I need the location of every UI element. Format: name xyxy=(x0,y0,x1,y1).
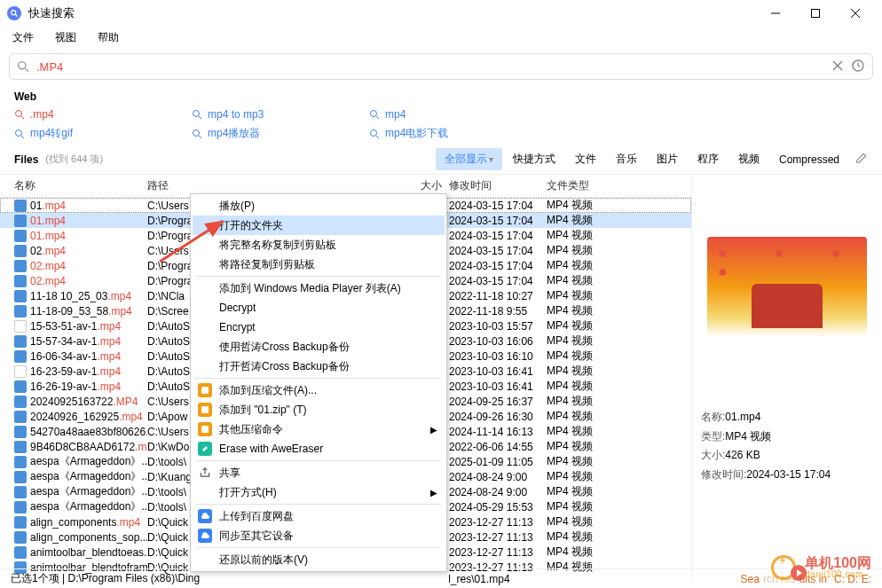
svg-line-7 xyxy=(25,68,28,72)
video-file-icon xyxy=(14,396,27,408)
ctx-erase[interactable]: Erase with AweEraser xyxy=(193,439,445,459)
ctx-open-cross-backup[interactable]: 打开哲涛Cross Backup备份 xyxy=(193,357,445,376)
svg-point-13 xyxy=(193,111,200,117)
col-date[interactable]: 修改时间 xyxy=(449,178,547,193)
file-icon xyxy=(14,365,27,378)
files-count: (找到 644 项) xyxy=(45,153,103,166)
svg-rect-3 xyxy=(811,10,819,18)
search-icon xyxy=(192,109,202,120)
history-icon[interactable] xyxy=(851,59,865,75)
sync-icon xyxy=(198,529,212,543)
window-title: 快速搜索 xyxy=(28,5,75,21)
menu-help[interactable]: 帮助 xyxy=(89,28,128,47)
filter-shortcut[interactable]: 快捷方式 xyxy=(504,148,564,170)
filter-music[interactable]: 音乐 xyxy=(607,148,646,170)
preview-date-label: 修改时间: xyxy=(701,466,746,485)
preview-name-label: 名称: xyxy=(701,408,725,427)
web-item-2[interactable]: mp4 xyxy=(369,108,547,121)
archive-more-icon xyxy=(198,422,212,436)
svg-line-12 xyxy=(21,116,24,119)
ctx-play[interactable]: 播放(P) xyxy=(193,196,445,216)
app-icon xyxy=(7,6,21,20)
web-item-0[interactable]: .mp4 xyxy=(14,108,192,121)
preview-type: MP4 视频 xyxy=(725,427,771,447)
filter-file[interactable]: 文件 xyxy=(566,148,605,170)
filter-picture[interactable]: 图片 xyxy=(648,148,687,170)
video-file-icon xyxy=(14,245,27,257)
filter-compressed[interactable]: Compressed xyxy=(770,150,848,169)
search-icon xyxy=(369,109,380,120)
preview-type-label: 类型: xyxy=(701,427,725,447)
ctx-add-archive[interactable]: 添加到压缩文件(A)... xyxy=(193,380,445,400)
web-section: Web .mp4mp4 to mp3mp4mp4转gifmp4播放器mp4电影下… xyxy=(0,85,882,145)
svg-line-1 xyxy=(15,14,18,17)
video-file-icon xyxy=(14,486,27,498)
share-icon xyxy=(198,466,212,480)
ctx-decrypt[interactable]: Decrypt xyxy=(193,298,445,318)
web-item-4[interactable]: mp4播放器 xyxy=(192,126,369,141)
search-bar xyxy=(9,53,873,80)
web-item-1[interactable]: mp4 to mp3 xyxy=(192,108,369,121)
search-icon xyxy=(14,109,25,120)
video-file-icon xyxy=(14,501,27,514)
ctx-open-with[interactable]: 打开方式(H)▶ xyxy=(193,482,445,502)
ctx-add-wmp[interactable]: 添加到 Windows Media Player 列表(A) xyxy=(193,278,445,298)
web-label: Web xyxy=(14,90,868,103)
preview-thumbnail xyxy=(707,237,867,337)
ctx-other-archive[interactable]: 其他压缩命令▶ xyxy=(193,419,445,439)
filter-program[interactable]: 程序 xyxy=(689,148,728,170)
ctx-restore-prev[interactable]: 还原以前的版本(V) xyxy=(193,550,445,569)
search-icon xyxy=(14,129,25,139)
video-file-icon xyxy=(14,380,27,393)
eraser-icon xyxy=(198,442,212,456)
col-name[interactable]: 名称 xyxy=(14,178,147,193)
svg-line-16 xyxy=(376,116,379,119)
preview-date: 2024-03-15 17:04 xyxy=(746,466,831,485)
svg-point-15 xyxy=(371,111,377,117)
video-file-icon xyxy=(14,335,27,348)
menu-view[interactable]: 视图 xyxy=(46,28,85,47)
ctx-use-cross-backup[interactable]: 使用哲涛Cross Backup备份 xyxy=(193,337,445,357)
filter-video[interactable]: 视频 xyxy=(729,148,768,170)
video-file-icon xyxy=(14,426,27,438)
video-file-icon xyxy=(14,350,27,363)
submenu-arrow-icon: ▶ xyxy=(430,488,437,498)
maximize-button[interactable] xyxy=(795,0,835,27)
video-file-icon xyxy=(14,471,27,483)
context-menu: 播放(P) 打开的文件夹 将完整名称复制到剪贴板 将路径复制到剪贴板 添加到 W… xyxy=(190,193,447,572)
preview-size-label: 大小: xyxy=(701,446,725,466)
ctx-add-zip[interactable]: 添加到 "01.zip" (T) xyxy=(193,400,445,419)
svg-line-18 xyxy=(21,136,24,138)
ctx-copy-path[interactable]: 将路径复制到剪贴板 xyxy=(193,255,445,274)
watermark: 单机100网 danji100.com xyxy=(771,553,871,583)
svg-point-19 xyxy=(193,129,200,136)
svg-rect-23 xyxy=(201,387,209,394)
svg-point-11 xyxy=(16,111,22,117)
menu-file[interactable]: 文件 xyxy=(4,28,43,47)
web-item-5[interactable]: mp4电影下载 xyxy=(369,126,547,141)
close-button[interactable] xyxy=(835,0,875,27)
col-type[interactable]: 文件类型 xyxy=(547,178,635,193)
file-icon xyxy=(14,320,27,333)
clear-icon[interactable] xyxy=(831,59,844,74)
submenu-arrow-icon: ▶ xyxy=(430,425,437,435)
ctx-upload-baidu[interactable]: 上传到百度网盘 xyxy=(193,506,445,526)
video-file-icon xyxy=(14,411,27,423)
minimize-button[interactable] xyxy=(755,0,795,27)
ctx-sync-other[interactable]: 同步至其它设备 xyxy=(193,526,445,545)
edit-filters-icon[interactable] xyxy=(855,152,868,167)
ctx-open-folder[interactable]: 打开的文件夹 xyxy=(193,216,445,235)
video-file-icon xyxy=(14,275,27,287)
video-file-icon xyxy=(14,546,27,559)
ctx-encrypt[interactable]: Encrypt xyxy=(193,318,445,337)
col-size[interactable]: 大小 xyxy=(192,178,449,193)
filter-all[interactable]: 全部显示▾ xyxy=(436,148,502,170)
svg-rect-24 xyxy=(201,406,209,413)
ctx-share[interactable]: 共享 xyxy=(193,463,445,482)
ctx-copy-fullname[interactable]: 将完整名称复制到剪贴板 xyxy=(193,235,445,255)
search-input[interactable] xyxy=(36,60,824,74)
video-file-icon xyxy=(14,290,27,302)
svg-point-21 xyxy=(371,129,377,136)
col-path[interactable]: 路径 xyxy=(147,178,192,193)
web-item-3[interactable]: mp4转gif xyxy=(14,126,192,141)
